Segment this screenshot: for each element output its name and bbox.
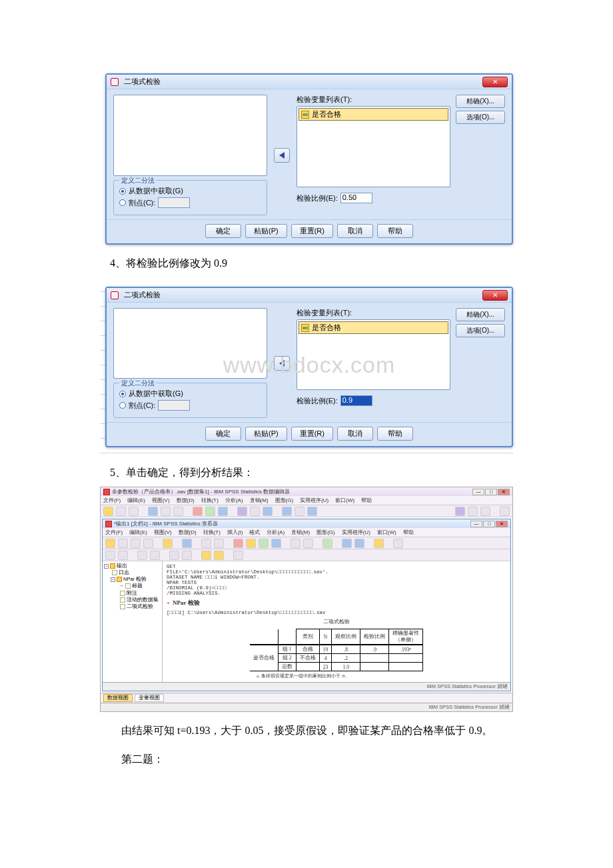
minimize-button[interactable]: — [470, 521, 482, 527]
collapse-icon[interactable]: − [104, 564, 109, 569]
menu-item[interactable]: 格式 [249, 529, 260, 536]
reset-button[interactable]: 重置(R) [291, 427, 333, 441]
menu-item[interactable]: 直销(M) [291, 529, 310, 536]
exact-button[interactable]: 精确(X)... [456, 308, 505, 321]
inner-toolbar-1[interactable] [103, 537, 510, 549]
toolbar-icon[interactable] [218, 507, 228, 516]
toolbar-icon[interactable] [205, 507, 215, 516]
undo-icon[interactable] [161, 507, 171, 516]
toolbar-icon[interactable] [303, 539, 313, 548]
toolbar-icon[interactable] [322, 539, 332, 548]
toolbar-icon[interactable] [250, 507, 260, 516]
menu-item[interactable]: 数据(D) [179, 529, 197, 536]
open-icon[interactable] [103, 507, 113, 516]
menu-item[interactable]: 文件(F) [105, 529, 123, 536]
radio-cutpoint[interactable]: 割点(C): [119, 400, 261, 411]
options-button[interactable]: 选项(O)... [456, 111, 505, 124]
menu-item[interactable]: 插入(I) [227, 529, 243, 536]
radio-cutpoint[interactable]: 割点(C): [119, 197, 261, 208]
toolbar-icon[interactable] [163, 539, 173, 548]
print-icon[interactable] [131, 539, 141, 548]
inner-menubar[interactable]: 文件(F)编辑(E)视图(V)数据(D)转换(T)插入(I)格式分析(A)直销(… [103, 528, 510, 537]
var-item[interactable]: 是否合格 [299, 108, 448, 121]
maximize-button[interactable]: □ [483, 521, 495, 527]
tree-item[interactable]: 标题 [132, 583, 143, 589]
preview-icon[interactable] [143, 539, 153, 548]
menu-item[interactable]: 数据(D) [177, 497, 195, 504]
close-button[interactable]: ✕ [482, 290, 508, 301]
close-button[interactable]: ✕ [496, 521, 508, 527]
menu-item[interactable]: 编辑(E) [129, 529, 147, 536]
open-icon[interactable] [105, 539, 115, 548]
toolbar-icon[interactable] [455, 507, 465, 516]
menu-item[interactable]: 图形(G) [275, 497, 294, 504]
toolbar-icon[interactable] [393, 539, 403, 548]
toolbar-icon[interactable] [271, 539, 281, 548]
menu-item[interactable]: 转换(T) [201, 497, 219, 504]
toolbar-icon[interactable] [233, 539, 243, 548]
toolbar-icon[interactable] [193, 507, 203, 516]
ratio-input[interactable]: 0.50 [340, 193, 372, 203]
toolbar-icon[interactable] [201, 551, 211, 560]
tab-variable-view[interactable]: 变量视图 [135, 694, 164, 702]
ratio-input[interactable]: 0.9 [340, 395, 372, 406]
minimize-button[interactable]: — [472, 489, 484, 495]
toolbar-icon[interactable] [307, 507, 317, 516]
move-left-button[interactable] [274, 356, 290, 371]
move-left-button[interactable] [274, 148, 290, 163]
tree-item[interactable]: 附注 [127, 590, 137, 597]
menu-item[interactable]: 实用程序(U) [342, 529, 370, 536]
toolbar-icon[interactable] [169, 551, 179, 560]
inner-toolbar-2[interactable] [103, 549, 510, 561]
outer-toolbar[interactable] [101, 505, 512, 517]
toolbar-icon[interactable] [148, 507, 158, 516]
menu-item[interactable]: 分析(A) [267, 529, 285, 536]
tree-item[interactable]: 输出 [117, 563, 127, 569]
maximize-button[interactable]: □ [485, 489, 497, 495]
radio-from-data[interactable]: 从数据中获取(G) [119, 389, 261, 399]
toolbar-icon[interactable] [263, 507, 273, 516]
menu-item[interactable]: 实用程序(U) [300, 497, 328, 504]
print-icon[interactable] [129, 507, 139, 516]
cancel-button[interactable]: 取消 [337, 224, 373, 238]
collapse-icon[interactable]: − [111, 577, 115, 582]
redo-icon[interactable] [173, 507, 183, 516]
menu-item[interactable]: 文件(F) [103, 497, 121, 504]
test-var-list[interactable]: 是否合格 [297, 319, 450, 390]
toolbar-icon[interactable] [150, 551, 160, 560]
redo-icon[interactable] [214, 539, 224, 548]
cancel-button[interactable]: 取消 [337, 427, 373, 441]
chart-icon[interactable] [237, 507, 247, 516]
test-var-list[interactable]: 是否合格 [297, 106, 450, 187]
toolbar-icon[interactable] [282, 507, 292, 516]
toolbar-icon[interactable] [105, 551, 115, 560]
toolbar-icon[interactable] [118, 551, 128, 560]
var-item[interactable]: 是否合格 [299, 321, 448, 334]
toolbar-icon[interactable] [500, 507, 510, 516]
toolbar-icon[interactable] [233, 551, 243, 560]
toolbar-icon[interactable] [259, 539, 269, 548]
menu-item[interactable]: 窗口(W) [335, 497, 354, 504]
paste-button[interactable]: 粘贴(P) [245, 224, 287, 238]
ok-button[interactable]: 确定 [205, 427, 241, 441]
undo-icon[interactable] [201, 539, 211, 548]
options-button[interactable]: 选项(O)... [456, 324, 505, 337]
help-button[interactable]: 帮助 [377, 427, 413, 441]
toolbar-icon[interactable] [246, 539, 256, 548]
output-tree[interactable]: − 输出 日志 − NPar 检验 → 标题 附注 活动的数据集 二项式检验 [103, 561, 163, 682]
toolbar-icon[interactable] [468, 507, 478, 516]
toolbar-icon[interactable] [295, 507, 305, 516]
tab-data-view[interactable]: 数据视图 [103, 694, 133, 702]
menu-item[interactable]: 视图(V) [152, 497, 170, 504]
menu-item[interactable]: 分析(A) [225, 497, 243, 504]
tree-item[interactable]: 日志 [119, 569, 129, 576]
close-button[interactable]: ✕ [498, 489, 510, 495]
source-var-list[interactable] [113, 308, 267, 379]
paste-button[interactable]: 粘贴(P) [245, 427, 287, 441]
radio-from-data[interactable]: 从数据中获取(G) [119, 186, 261, 196]
menu-item[interactable]: 转换(T) [203, 529, 221, 536]
source-var-list[interactable] [113, 95, 267, 176]
close-button[interactable]: ✕ [482, 77, 508, 87]
toolbar-icon[interactable] [182, 539, 192, 548]
toolbar-icon[interactable] [214, 551, 224, 560]
